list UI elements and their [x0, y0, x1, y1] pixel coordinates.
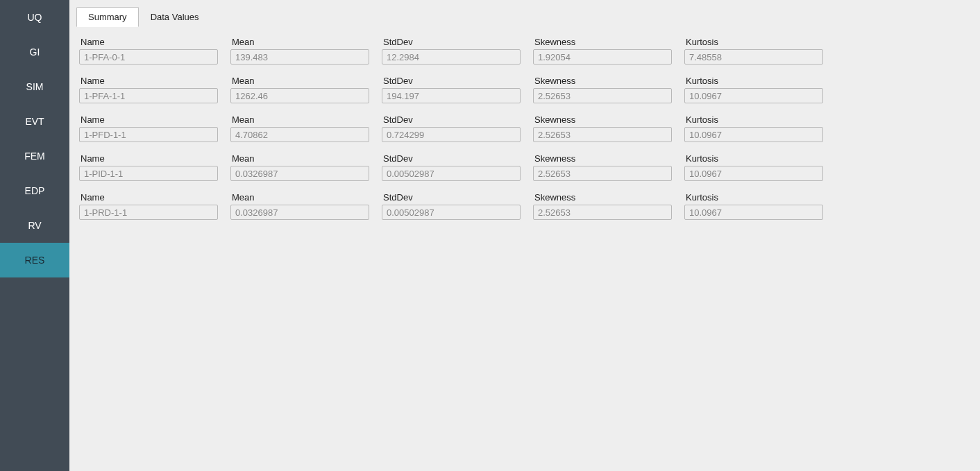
tab-label: Summary: [88, 12, 127, 22]
skewness-input[interactable]: [533, 205, 672, 220]
field-label-skewness: Skewness: [533, 37, 672, 47]
sidebar-item-uq[interactable]: UQ: [0, 0, 69, 35]
field-stddev: StdDev: [382, 153, 521, 181]
stddev-input[interactable]: [382, 205, 521, 220]
summary-content: Name Mean StdDev Skewness Kurtosis: [69, 27, 980, 471]
field-stddev: StdDev: [382, 76, 521, 103]
field-name: Name: [79, 153, 218, 181]
field-label-kurtosis: Kurtosis: [684, 153, 823, 164]
field-kurtosis: Kurtosis: [684, 37, 823, 65]
main-panel: Summary Data Values Name Mean StdDev Ske…: [69, 0, 980, 471]
tab-data-values[interactable]: Data Values: [139, 7, 211, 27]
summary-row: Name Mean StdDev Skewness Kurtosis: [79, 114, 973, 142]
stddev-input[interactable]: [382, 127, 521, 142]
field-kurtosis: Kurtosis: [684, 153, 823, 181]
kurtosis-input[interactable]: [684, 88, 823, 103]
stddev-input[interactable]: [382, 88, 521, 103]
field-label-kurtosis: Kurtosis: [684, 76, 823, 86]
stddev-input[interactable]: [382, 166, 521, 181]
name-input[interactable]: [79, 166, 218, 181]
field-label-name: Name: [79, 114, 218, 125]
field-label-kurtosis: Kurtosis: [684, 114, 823, 125]
sidebar-item-label: GI: [30, 46, 40, 58]
tab-summary[interactable]: Summary: [76, 7, 139, 27]
field-label-name: Name: [79, 37, 218, 47]
sidebar-item-label: SIM: [26, 81, 44, 92]
field-kurtosis: Kurtosis: [684, 192, 823, 220]
sidebar-item-sim[interactable]: SIM: [0, 69, 69, 104]
summary-row: Name Mean StdDev Skewness Kurtosis: [79, 76, 973, 103]
field-label-skewness: Skewness: [533, 153, 672, 164]
skewness-input[interactable]: [533, 88, 672, 103]
kurtosis-input[interactable]: [684, 205, 823, 220]
mean-input[interactable]: [230, 88, 369, 103]
sidebar-item-evt[interactable]: EVT: [0, 104, 69, 139]
sidebar-item-gi[interactable]: GI: [0, 35, 69, 69]
field-skewness: Skewness: [533, 192, 672, 220]
mean-input[interactable]: [230, 127, 369, 142]
sidebar-item-label: RV: [28, 220, 41, 231]
field-label-mean: Mean: [230, 192, 369, 203]
field-skewness: Skewness: [533, 37, 672, 65]
field-kurtosis: Kurtosis: [684, 114, 823, 142]
field-stddev: StdDev: [382, 114, 521, 142]
field-label-mean: Mean: [230, 153, 369, 164]
summary-row: Name Mean StdDev Skewness Kurtosis: [79, 192, 973, 220]
field-name: Name: [79, 114, 218, 142]
tab-label: Data Values: [151, 12, 199, 22]
field-name: Name: [79, 37, 218, 65]
field-skewness: Skewness: [533, 114, 672, 142]
stddev-input[interactable]: [382, 49, 521, 65]
mean-input[interactable]: [230, 49, 369, 65]
field-stddev: StdDev: [382, 192, 521, 220]
sidebar-item-label: EVT: [25, 116, 44, 127]
sidebar-item-label: EDP: [25, 185, 45, 196]
field-label-kurtosis: Kurtosis: [684, 192, 823, 203]
mean-input[interactable]: [230, 205, 369, 220]
field-label-stddev: StdDev: [382, 192, 521, 203]
name-input[interactable]: [79, 127, 218, 142]
sidebar-item-edp[interactable]: EDP: [0, 173, 69, 208]
field-label-stddev: StdDev: [382, 153, 521, 164]
field-label-stddev: StdDev: [382, 114, 521, 125]
field-label-name: Name: [79, 192, 218, 203]
field-label-skewness: Skewness: [533, 192, 672, 203]
sidebar-item-label: FEM: [24, 151, 45, 162]
name-input[interactable]: [79, 49, 218, 65]
field-kurtosis: Kurtosis: [684, 76, 823, 103]
field-name: Name: [79, 76, 218, 103]
tab-bar: Summary Data Values: [69, 0, 980, 27]
kurtosis-input[interactable]: [684, 49, 823, 65]
sidebar-item-res[interactable]: RES: [0, 243, 69, 277]
field-mean: Mean: [230, 37, 369, 65]
name-input[interactable]: [79, 88, 218, 103]
summary-row: Name Mean StdDev Skewness Kurtosis: [79, 37, 973, 65]
field-label-kurtosis: Kurtosis: [684, 37, 823, 47]
field-label-mean: Mean: [230, 114, 369, 125]
sidebar-item-label: RES: [25, 255, 45, 266]
skewness-input[interactable]: [533, 127, 672, 142]
name-input[interactable]: [79, 205, 218, 220]
field-mean: Mean: [230, 153, 369, 181]
field-label-stddev: StdDev: [382, 37, 521, 47]
sidebar-item-fem[interactable]: FEM: [0, 139, 69, 173]
field-label-mean: Mean: [230, 76, 369, 86]
skewness-input[interactable]: [533, 49, 672, 65]
sidebar-item-label: UQ: [28, 12, 42, 23]
skewness-input[interactable]: [533, 166, 672, 181]
field-label-mean: Mean: [230, 37, 369, 47]
sidebar-item-rv[interactable]: RV: [0, 208, 69, 243]
field-mean: Mean: [230, 76, 369, 103]
sidebar: UQ GI SIM EVT FEM EDP RV RES: [0, 0, 69, 471]
field-label-name: Name: [79, 153, 218, 164]
kurtosis-input[interactable]: [684, 166, 823, 181]
summary-row: Name Mean StdDev Skewness Kurtosis: [79, 153, 973, 181]
field-skewness: Skewness: [533, 153, 672, 181]
field-skewness: Skewness: [533, 76, 672, 103]
mean-input[interactable]: [230, 166, 369, 181]
kurtosis-input[interactable]: [684, 127, 823, 142]
field-mean: Mean: [230, 192, 369, 220]
field-label-stddev: StdDev: [382, 76, 521, 86]
field-label-name: Name: [79, 76, 218, 86]
field-label-skewness: Skewness: [533, 114, 672, 125]
